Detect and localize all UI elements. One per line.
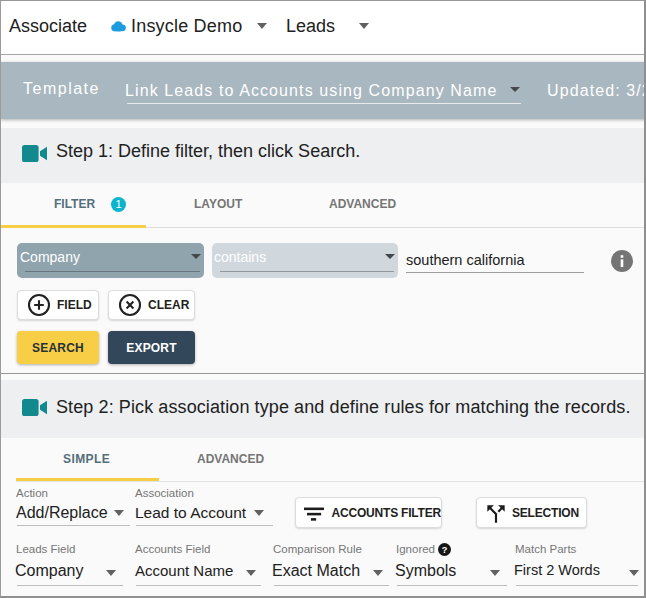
svg-text:?: ?	[442, 545, 448, 555]
